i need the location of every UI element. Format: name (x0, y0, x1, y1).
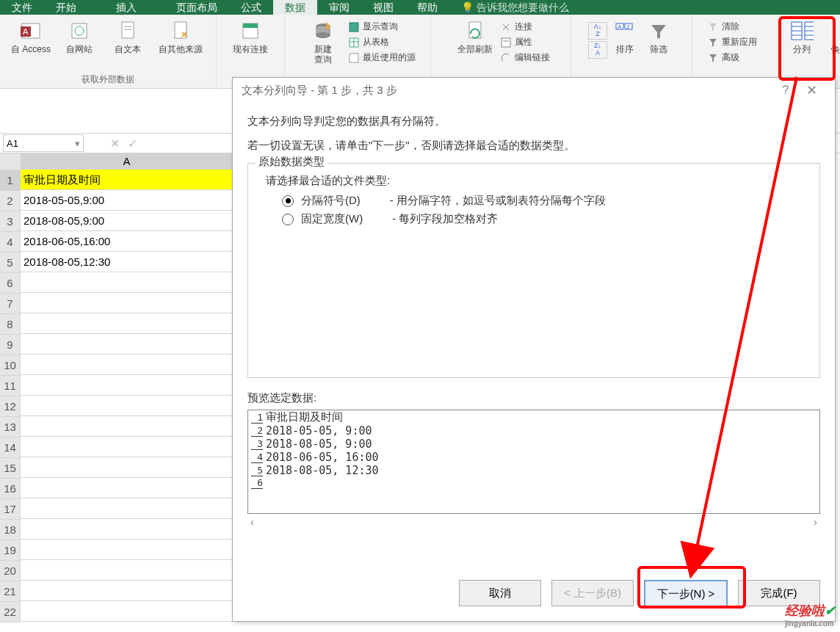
cancel-icon: ✕ (106, 137, 123, 150)
row-header[interactable]: 4 (0, 232, 21, 253)
select-all-corner[interactable] (0, 153, 21, 170)
row-header[interactable]: 14 (0, 437, 21, 458)
existing-connections-button[interactable]: 现有连接 (227, 18, 274, 56)
row-header[interactable]: 6 (0, 273, 21, 294)
scroll-right-icon[interactable]: › (814, 515, 817, 528)
cell[interactable] (21, 313, 233, 334)
row-header[interactable]: 18 (0, 520, 21, 540)
from-web-button[interactable]: 自网站 (56, 18, 103, 56)
name-box[interactable]: A1▾ (3, 134, 84, 152)
next-button[interactable]: 下一步(N) > (644, 580, 728, 608)
row-header[interactable]: 20 (0, 561, 21, 581)
filter-button[interactable]: 筛选 (642, 18, 675, 59)
cell[interactable] (21, 498, 233, 519)
cell[interactable] (21, 581, 233, 601)
cancel-button[interactable]: 取消 (459, 580, 541, 606)
radio-delimited-desc: - 用分隔字符，如逗号或制表符分隔每个字段 (390, 194, 606, 208)
tab-start[interactable]: 开始 (44, 0, 104, 15)
row-header-1[interactable]: 1 (0, 170, 21, 191)
tab-data[interactable]: 数据 (273, 0, 317, 15)
row-header[interactable]: 5 (0, 253, 21, 273)
ribbon-tabs: 文件 开始 插入 页面布局 公式 数据 审阅 视图 帮助 💡 告诉我您想要做什么 (0, 0, 840, 15)
row-header[interactable]: 15 (0, 458, 21, 479)
row-header[interactable]: 17 (0, 499, 21, 520)
row-header[interactable]: 13 (0, 417, 21, 437)
tab-formula[interactable]: 公式 (229, 0, 273, 15)
cell[interactable] (21, 355, 233, 375)
sort-button[interactable]: AZ排序 (609, 18, 641, 59)
cell-A1[interactable]: 审批日期及时间 (21, 170, 233, 190)
cell[interactable] (21, 375, 233, 396)
properties-button[interactable]: 属性 (500, 36, 550, 48)
cell[interactable] (21, 601, 233, 622)
dialog-close-button[interactable]: ✕ (797, 82, 826, 98)
cell[interactable] (21, 293, 233, 313)
radio-delimited[interactable] (282, 195, 294, 207)
row-header[interactable]: 10 (0, 355, 21, 376)
cell[interactable] (21, 540, 233, 560)
radio-fixed-desc: - 每列字段加空格对齐 (392, 212, 498, 226)
dialog-info-2: 若一切设置无误，请单击"下一步"，否则请选择最合适的数据类型。 (247, 139, 820, 153)
tab-insert[interactable]: 插入 (104, 0, 164, 15)
cell-A4[interactable]: 2018-06-05,16:00 (21, 231, 233, 252)
from-access-button[interactable]: A自 Access (7, 18, 54, 56)
cell[interactable] (21, 560, 233, 581)
row-header[interactable]: 9 (0, 335, 21, 355)
text-to-columns-button[interactable]: 分列 (778, 18, 825, 56)
new-query-button[interactable]: 新建 查询 (300, 18, 347, 66)
edit-links-button[interactable]: 编辑链接 (500, 51, 550, 64)
tab-review[interactable]: 审阅 (317, 0, 361, 15)
cell-A2[interactable]: 2018-05-05,9:00 (21, 190, 233, 211)
cell[interactable] (21, 519, 233, 540)
connections-button[interactable]: 连接 (500, 21, 550, 33)
reapply-button[interactable]: 重新应用 (707, 36, 757, 48)
svg-rect-14 (350, 23, 358, 32)
svg-text:A: A (23, 27, 29, 36)
sort-za-button[interactable]: Z↓A (588, 41, 607, 59)
cell[interactable] (21, 437, 233, 457)
row-header[interactable]: 12 (0, 396, 21, 417)
advanced-filter-button[interactable]: 高级 (707, 51, 757, 64)
sort-az-button[interactable]: A↓Z (588, 22, 607, 40)
from-text-button[interactable]: 自文本 (104, 18, 151, 56)
refresh-all-button[interactable]: 全部刷新 (452, 18, 499, 64)
original-data-type-group: 原始数据类型 请选择最合适的文件类型: 分隔符号(D) - 用分隔字符，如逗号或… (247, 163, 820, 378)
dialog-title: 文本分列向导 - 第 1 步，共 3 步 (242, 84, 397, 98)
tab-view[interactable]: 视图 (361, 0, 405, 15)
cell[interactable] (21, 396, 233, 416)
cell[interactable] (21, 416, 233, 437)
tab-file[interactable]: 文件 (0, 0, 44, 15)
row-header[interactable]: 7 (0, 294, 21, 314)
recent-sources-button[interactable]: 最近使用的源 (348, 51, 416, 64)
row-header[interactable]: 11 (0, 376, 21, 396)
cell[interactable] (21, 272, 233, 293)
cell-A5[interactable]: 2018-08-05,12:30 (21, 252, 233, 272)
watermark: 经验啦✔ jingyanla.com (785, 602, 836, 628)
cell-A3[interactable]: 2018-08-05,9:00 (21, 211, 233, 231)
radio-fixed-label: 固定宽度(W) (301, 212, 363, 226)
tab-layout[interactable]: 页面布局 (164, 0, 229, 15)
row-header[interactable]: 22 (0, 602, 21, 622)
from-other-button[interactable]: 自其他来源 (153, 18, 209, 56)
from-table-button[interactable]: 从表格 (348, 36, 416, 48)
cell[interactable] (21, 334, 233, 355)
row-header[interactable]: 2 (0, 191, 21, 211)
row-header[interactable]: 21 (0, 581, 21, 602)
radio-fixed-width[interactable] (282, 214, 294, 225)
col-header-A[interactable]: A (21, 153, 233, 170)
svg-text:Z: Z (626, 23, 630, 30)
row-header[interactable]: 3 (0, 211, 21, 232)
row-header[interactable]: 19 (0, 540, 21, 561)
row-header[interactable]: 8 (0, 314, 21, 335)
dialog-help-button[interactable]: ? (775, 84, 797, 97)
tab-help[interactable]: 帮助 (405, 0, 449, 15)
row-header[interactable]: 16 (0, 479, 21, 499)
cell[interactable] (21, 457, 233, 478)
tell-me[interactable]: 💡 告诉我您想要做什么 (449, 0, 581, 15)
scroll-left-icon[interactable]: ‹ (250, 515, 254, 528)
clear-filter-button[interactable]: 清除 (707, 21, 757, 33)
svg-point-13 (316, 32, 330, 38)
cell[interactable] (21, 478, 233, 498)
show-queries-button[interactable]: 显示查询 (348, 21, 416, 33)
svg-rect-3 (72, 23, 87, 38)
